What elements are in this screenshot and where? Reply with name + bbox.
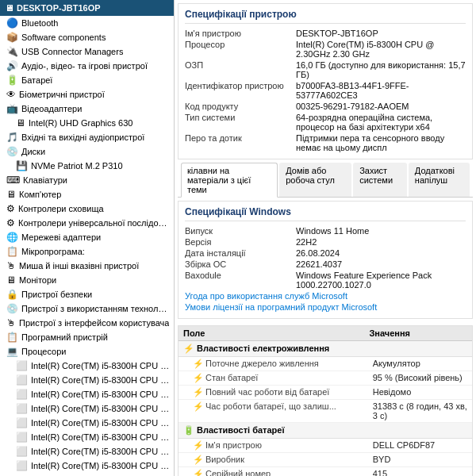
- battery-field-label: ⚡Ім'я пристрою: [178, 439, 368, 452]
- tree-item-icon-usb: 🔌: [6, 46, 18, 57]
- tree-header-title: DESKTOP-JBT16OP: [17, 3, 101, 13]
- tree-item-label-video: Відеоадаптери: [21, 104, 82, 113]
- tree-item-audio[interactable]: 🔊Аудіо-, відео- та ігрові пристрої: [0, 59, 174, 73]
- battery-field-label: ⚡Стан батареї: [178, 371, 368, 385]
- tree-item-monitors[interactable]: 🖥Монітори: [0, 273, 174, 287]
- device-spec-field-value: 64-розрядна операційна система, процесор…: [296, 113, 466, 132]
- tree-item-bluetooth[interactable]: 🔵Bluetooth: [0, 16, 174, 30]
- tree-item-interface[interactable]: 🖱Пристрої з інтерфейсом користувача: [0, 316, 174, 330]
- bolt-icon: ⚡: [193, 359, 204, 368]
- tree-item-net[interactable]: 🌐Мережеві адаптери: [0, 230, 174, 244]
- tree-item-computer[interactable]: 🖥Комп'ютер: [0, 187, 174, 202]
- tree-item-intel_gpu[interactable]: 🖥Intel(R) UHD Graphics 630: [0, 116, 174, 130]
- tree-item-nvme[interactable]: 💾NVMe Patriot M.2 P310: [0, 159, 174, 173]
- tree-item-usb[interactable]: 🔌USB Connector Managers: [0, 44, 174, 59]
- windows-spec-label: Збірка ОС: [185, 259, 296, 269]
- device-spec-field-label: Тип системи: [185, 113, 296, 132]
- device-spec-row: Ім'я пристроюDESKTOP-JBT16OP: [185, 29, 466, 38]
- computer-icon: 🖥: [5, 3, 13, 13]
- tree-item-icon-bluetooth: 🔵: [6, 17, 18, 29]
- tree-item-label-usb: USB Connector Managers: [21, 47, 123, 56]
- tree-item-keyboard[interactable]: ⌨Клавіатури: [0, 173, 174, 187]
- bolt-icon: ⚡: [193, 401, 204, 411]
- tab-protection[interactable]: Захист системи: [353, 163, 407, 197]
- bolt-icon: ⚡: [193, 455, 204, 464]
- tree-item-cpu2[interactable]: ⬜Intel(R) Core(TM) i5-8300H CPU @ 2.30GH…: [0, 373, 174, 387]
- tab-home[interactable]: Домів або робоча стул: [279, 163, 351, 197]
- tree-item-disk[interactable]: 💿Диски: [0, 144, 174, 159]
- tab-advanced[interactable]: Додаткові напілуш: [409, 163, 470, 197]
- tree-item-icon-cpu1: ⬜: [16, 360, 28, 371]
- tree-item-label-software: Software components: [21, 33, 106, 42]
- battery-field-label: ⚡Виробник: [178, 453, 368, 466]
- tree-item-audio_out[interactable]: 🎵Вхідні та вихідні аудіопристрої: [0, 130, 174, 144]
- tree-item-cpu8[interactable]: ⬜Intel(R) Core(TM) i5-8300H CPU @ 2.30GH…: [0, 459, 174, 473]
- tree-item-cpu5[interactable]: ⬜Intel(R) Core(TM) i5-8300H CPU @ 2.30GH…: [0, 416, 174, 430]
- battery-table-box: Поле Значення ⚡ Властивості електроживле…: [178, 325, 473, 476]
- tree-item-icon-disk: 💿: [6, 146, 18, 157]
- tree-item-micro[interactable]: 📋Мікропрограма:: [0, 244, 174, 259]
- tree-item-memory_dev[interactable]: 💿Пристрої з використанням технології пам…: [0, 301, 174, 316]
- tree-item-label-audio: Аудіо-, відео- та ігрові пристрої: [21, 61, 148, 71]
- tree-item-icon-cpu6: ⬜: [16, 432, 28, 443]
- windows-spec-link-row: Угода про використання служб Microsoft: [185, 291, 466, 301]
- windows-spec-link[interactable]: Угода про використання служб Microsoft: [185, 291, 347, 301]
- device-spec-field-label: Код продукту: [185, 102, 296, 111]
- tree-item-label-disk: Диски: [21, 147, 45, 156]
- device-spec-field-value: Intel(R) Core(TM) i5-8300H CPU @ 2.30GHz…: [296, 40, 466, 59]
- battery-section-header[interactable]: 🔋 Властивості батареї: [178, 423, 472, 439]
- tree-item-mouse[interactable]: 🖱Миша й інші вказівні пристрої: [0, 259, 174, 273]
- device-spec-field-label: Процесор: [185, 40, 296, 59]
- windows-spec-links: Угода про використання служб MicrosoftУм…: [185, 291, 466, 312]
- tree-item-label-computer: Комп'ютер: [19, 190, 61, 199]
- tree-item-cpu_group[interactable]: 💻Процесори: [0, 344, 174, 359]
- tree-item-software[interactable]: 📦Software components: [0, 30, 174, 44]
- tree-item-icon-monitors: 🖥: [6, 274, 16, 286]
- tree-item-label-nvme: NVMe Patriot M.2 P310: [31, 161, 123, 171]
- device-spec-field-label: Ім'я пристрою: [185, 29, 296, 38]
- tree-item-cpu1[interactable]: ⬜Intel(R) Core(TM) i5-8300H CPU @ 2.30GH…: [0, 359, 174, 373]
- tab-list: кілавни на матеріали з цієї темиДомів аб…: [181, 163, 470, 197]
- tree-item-mouse_ctrl[interactable]: ⚙Контролери сховища: [0, 202, 174, 216]
- battery-field-value: DELL CP6DF87: [368, 439, 472, 452]
- tree-item-icon-computer: 🖥: [6, 189, 16, 200]
- tree-item-cpu4[interactable]: ⬜Intel(R) Core(TM) i5-8300H CPU @ 2.30GH…: [0, 401, 174, 416]
- battery-field-label: ⚡Час роботи батареї, що залиш...: [178, 400, 368, 422]
- tree-item-usb_ctrl[interactable]: ⚙Контролери універсальної послідовної ши…: [0, 216, 174, 230]
- tree-item-icon-cpu7: ⬜: [16, 446, 28, 457]
- tree-item-cpu7[interactable]: ⬜Intel(R) Core(TM) i5-8300H CPU @ 2.30GH…: [0, 444, 174, 459]
- tree-item-battery[interactable]: 🔋Батареї: [0, 73, 174, 87]
- tab-related[interactable]: кілавни на матеріали з цієї теми: [181, 163, 278, 198]
- tree-item-icon-keyboard: ⌨: [6, 175, 20, 186]
- windows-spec-rows: ВипускWindows 11 HomeВерсія22H2Дата інст…: [185, 226, 466, 290]
- table-header-row: Поле Значення: [178, 326, 472, 341]
- device-tree-panel[interactable]: 🖥 DESKTOP-JBT16OP 🔵Bluetooth📦Software co…: [0, 0, 175, 476]
- tree-item-video[interactable]: 📺Відеоадаптери: [0, 102, 174, 116]
- tree-item-icon-security: 🔒: [6, 289, 18, 300]
- tree-item-label-usb_ctrl: Контролери універсальної послідовної шин…: [18, 218, 171, 228]
- tree-item-icon-audio: 🔊: [6, 60, 18, 71]
- tab-row: кілавни на матеріали з цієї темиДомів аб…: [178, 163, 473, 198]
- tree-item-software2[interactable]: 📋Програмний пристрій: [0, 330, 174, 344]
- tree-item-cpu3[interactable]: ⬜Intel(R) Core(TM) i5-8300H CPU @ 2.30GH…: [0, 387, 174, 401]
- device-spec-row: ПроцесорIntel(R) Core(TM) i5-8300H CPU @…: [185, 40, 466, 59]
- device-spec-row: Код продукту00325-96291-79182-AAOEM: [185, 102, 466, 111]
- tree-item-security[interactable]: 🔒Пристрої безпеки: [0, 287, 174, 301]
- tree-item-biometric[interactable]: 👁Біометричні пристрої: [0, 87, 174, 102]
- device-spec-row: ОЗП16,0 ГБ (доступно для використання: 1…: [185, 60, 466, 79]
- battery-data-row: ⚡Серійний номер415: [178, 467, 472, 476]
- tree-item-label-monitors: Монітори: [19, 275, 56, 285]
- tree-item-cpu6[interactable]: ⬜Intel(R) Core(TM) i5-8300H CPU @ 2.30GH…: [0, 430, 174, 444]
- device-spec-field-label: Ідентифікатор пристрою: [185, 81, 296, 100]
- battery-field-value: 415: [368, 467, 472, 476]
- windows-spec-link[interactable]: Умови ліцензії на програмний продукт Mic…: [185, 302, 377, 312]
- device-spec-field-value: 16,0 ГБ (доступно для використання: 15,7…: [296, 60, 466, 79]
- device-spec-field-value: 00325-96291-79182-AAOEM: [296, 102, 409, 111]
- battery-data-row: ⚡ВиробникBYD: [178, 453, 472, 467]
- battery-field-value: 95 % (Високий рівень): [368, 371, 472, 385]
- battery-section-header[interactable]: ⚡ Властивості електроживлення: [178, 341, 472, 357]
- tree-item-sys_dev[interactable]: ⚙Системні пристрої: [0, 473, 174, 476]
- windows-spec-label: Дата інсталяції: [185, 248, 296, 258]
- tree-item-label-cpu6: Intel(R) Core(TM) i5-8300H CPU @ 2.30GHz: [31, 432, 171, 442]
- bolt-icon: ⚡: [193, 469, 204, 476]
